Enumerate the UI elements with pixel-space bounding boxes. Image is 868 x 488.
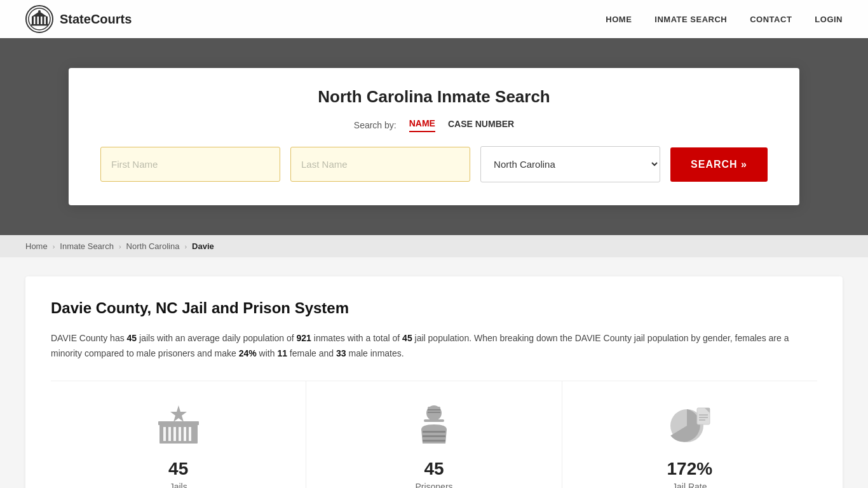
stat-jail-rate-number: 172% bbox=[667, 459, 713, 479]
hero-section: COURTHOUSE North Carolina Inmate Search … bbox=[0, 38, 868, 235]
jails-icon bbox=[153, 399, 204, 450]
breadcrumb-state[interactable]: North Carolina bbox=[126, 241, 180, 251]
breadcrumb-home[interactable]: Home bbox=[25, 241, 48, 251]
stat-prisoners-number: 45 bbox=[424, 459, 444, 479]
description-text: DAVIE County has 45 jails with an averag… bbox=[51, 331, 817, 362]
svg-rect-25 bbox=[423, 435, 445, 437]
state-select[interactable]: North Carolina Alabama Alaska Arizona Ca… bbox=[480, 146, 660, 182]
desc-pop-count: 921 bbox=[297, 333, 311, 343]
svg-rect-2 bbox=[32, 17, 34, 24]
search-button[interactable]: SEARCH » bbox=[670, 147, 768, 182]
search-card: North Carolina Inmate Search Search by: … bbox=[69, 68, 799, 205]
svg-rect-3 bbox=[36, 17, 37, 24]
svg-rect-32 bbox=[699, 419, 705, 421]
desc-female-pct: 24% bbox=[239, 348, 257, 358]
tab-case-number[interactable]: CASE NUMBER bbox=[448, 119, 514, 132]
svg-rect-31 bbox=[699, 417, 708, 418]
svg-rect-15 bbox=[184, 427, 186, 441]
svg-point-9 bbox=[38, 10, 41, 13]
svg-rect-20 bbox=[424, 419, 444, 422]
svg-rect-6 bbox=[46, 17, 48, 24]
svg-rect-13 bbox=[173, 427, 176, 441]
breadcrumb-chevron-2: › bbox=[119, 243, 121, 250]
stat-prisoners: 45 Prisoners bbox=[306, 381, 562, 488]
svg-rect-11 bbox=[163, 427, 166, 441]
svg-rect-7 bbox=[31, 24, 48, 26]
svg-marker-18 bbox=[170, 405, 187, 422]
search-card-title: North Carolina Inmate Search bbox=[100, 87, 768, 107]
logo[interactable]: StateCourts bbox=[25, 5, 132, 33]
main-content: Davie County, NC Jail and Prison System … bbox=[0, 257, 868, 488]
stat-jail-rate: 172% Jail Rate bbox=[562, 381, 817, 488]
svg-rect-12 bbox=[168, 427, 171, 441]
content-card: Davie County, NC Jail and Prison System … bbox=[25, 276, 843, 488]
search-by-row: Search by: NAME CASE NUMBER bbox=[100, 118, 768, 132]
nav-home[interactable]: HOME bbox=[606, 15, 632, 24]
prisoners-icon bbox=[409, 399, 459, 450]
nav-contact[interactable]: CONTACT bbox=[750, 15, 792, 24]
search-inputs-row: North Carolina Alabama Alaska Arizona Ca… bbox=[100, 146, 768, 182]
last-name-input[interactable] bbox=[290, 147, 470, 182]
svg-rect-24 bbox=[423, 431, 445, 433]
tab-name[interactable]: NAME bbox=[409, 118, 435, 132]
desc-part7: male inmates. bbox=[346, 348, 404, 358]
desc-female-count: 11 bbox=[277, 348, 287, 358]
stat-jails: 45 Jails bbox=[51, 381, 306, 488]
stat-prisoners-label: Prisoners bbox=[415, 482, 452, 488]
desc-male-count: 33 bbox=[336, 348, 346, 358]
desc-part2: jails with an average daily population o… bbox=[137, 333, 296, 343]
logo-icon bbox=[25, 5, 53, 33]
breadcrumb-inmate-search[interactable]: Inmate Search bbox=[60, 241, 114, 251]
svg-rect-4 bbox=[39, 17, 41, 24]
svg-rect-22 bbox=[428, 409, 440, 410]
desc-part5: with bbox=[257, 348, 278, 358]
svg-rect-16 bbox=[189, 427, 191, 441]
svg-rect-23 bbox=[428, 412, 440, 413]
first-name-input[interactable] bbox=[100, 147, 280, 182]
logo-text: StateCourts bbox=[60, 12, 132, 27]
stats-row: 45 Jails bbox=[51, 381, 817, 488]
stat-jails-label: Jails bbox=[170, 482, 187, 488]
jail-rate-icon bbox=[664, 399, 715, 450]
stat-jails-number: 45 bbox=[168, 459, 188, 479]
breadcrumb-chevron-3: › bbox=[184, 243, 187, 250]
breadcrumb: Home › Inmate Search › North Carolina › … bbox=[0, 235, 868, 257]
svg-rect-5 bbox=[43, 17, 44, 24]
desc-part1: DAVIE County has bbox=[51, 333, 127, 343]
desc-part3: inmates with a total of bbox=[311, 333, 402, 343]
search-by-label: Search by: bbox=[354, 120, 397, 130]
breadcrumb-chevron-1: › bbox=[53, 243, 55, 250]
main-nav: HOME INMATE SEARCH CONTACT LOGIN bbox=[606, 13, 843, 25]
svg-rect-17 bbox=[158, 421, 199, 425]
desc-jails-count: 45 bbox=[127, 333, 137, 343]
header: StateCourts HOME INMATE SEARCH CONTACT L… bbox=[0, 0, 868, 38]
nav-login[interactable]: LOGIN bbox=[815, 15, 843, 24]
section-title: Davie County, NC Jail and Prison System bbox=[51, 299, 817, 317]
stat-jail-rate-label: Jail Rate bbox=[672, 482, 707, 488]
nav-inmate-search[interactable]: INMATE SEARCH bbox=[654, 15, 727, 24]
desc-total-jails: 45 bbox=[402, 333, 412, 343]
svg-rect-30 bbox=[699, 414, 708, 416]
desc-part6: female and bbox=[287, 348, 336, 358]
svg-rect-14 bbox=[179, 427, 181, 441]
svg-rect-26 bbox=[423, 440, 445, 442]
breadcrumb-current: Davie bbox=[192, 241, 214, 251]
